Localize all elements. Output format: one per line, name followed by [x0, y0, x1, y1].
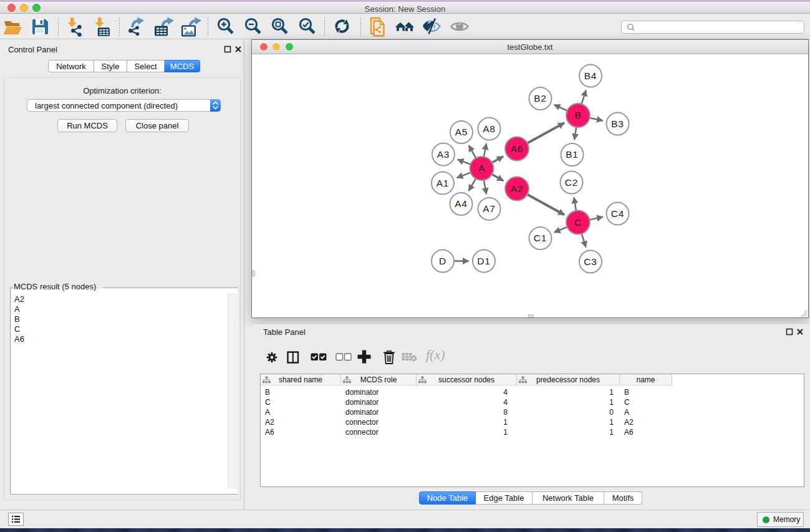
svg-text:B2: B2 [534, 93, 547, 104]
svg-text:C2: C2 [565, 177, 578, 188]
svg-text:A: A [478, 163, 485, 173]
svg-text:A2: A2 [511, 183, 524, 194]
svg-text:C1: C1 [534, 233, 547, 243]
svg-text:A5: A5 [455, 127, 468, 137]
svg-text:B4: B4 [584, 70, 597, 81]
svg-text:A3: A3 [437, 149, 450, 160]
svg-text:D1: D1 [477, 256, 490, 266]
svg-text:A7: A7 [483, 203, 496, 214]
svg-text:A6: A6 [511, 143, 524, 154]
svg-text:D: D [439, 256, 446, 266]
svg-text:C4: C4 [611, 208, 624, 219]
svg-text:B3: B3 [611, 118, 624, 129]
svg-text:B: B [574, 110, 581, 120]
svg-text:A8: A8 [483, 123, 496, 134]
svg-text:C3: C3 [584, 256, 597, 267]
svg-text:A4: A4 [455, 198, 468, 209]
svg-text:B1: B1 [566, 149, 579, 160]
svg-text:C: C [574, 217, 582, 228]
svg-text:A1: A1 [436, 178, 450, 188]
